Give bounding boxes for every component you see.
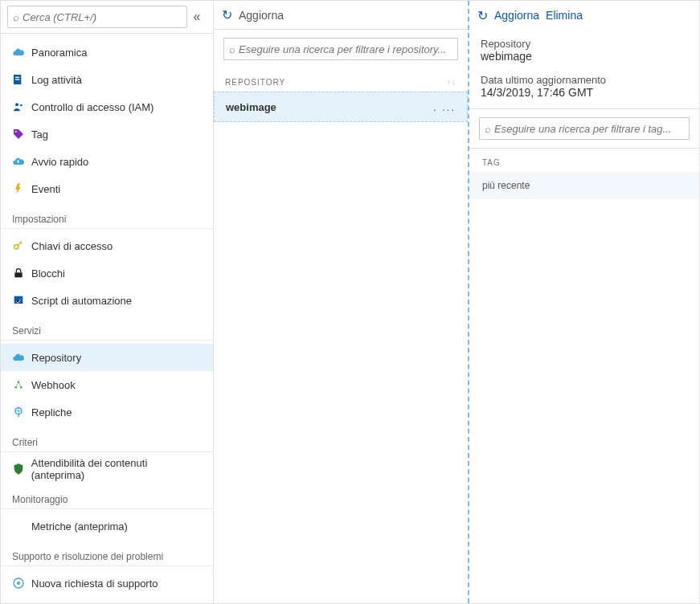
webhook-icon xyxy=(12,378,31,391)
repository-row[interactable]: webimage. ... xyxy=(214,92,468,122)
cloud-icon xyxy=(12,46,31,59)
svg-rect-1 xyxy=(15,77,19,78)
nav-item-label: Attendibilità dei contenuti (anteprima) xyxy=(31,457,202,481)
sort-icon[interactable]: ↑↓ xyxy=(447,78,456,87)
log-icon xyxy=(12,73,31,86)
repository-name: webimage xyxy=(226,101,276,113)
svg-point-4 xyxy=(20,104,23,107)
cloud-icon xyxy=(12,351,31,364)
nav-item[interactable]: Repliche xyxy=(1,398,213,426)
nav-item[interactable]: Repository xyxy=(1,344,213,371)
row-menu-button[interactable]: . ... xyxy=(433,101,456,113)
svg-rect-13 xyxy=(18,414,18,417)
sidebar: ⌕ « PanoramicaLog attivitàControllo di a… xyxy=(1,1,214,603)
section-header: Criteri xyxy=(1,426,213,452)
detail-toolbar: ↻ Aggiorna Elimina xyxy=(469,1,699,30)
refresh-icon[interactable]: ↻ xyxy=(222,7,232,22)
nav-item[interactable]: Webhook xyxy=(1,371,213,398)
svg-point-3 xyxy=(15,103,18,106)
nav-item-label: Nuova richiesta di supporto xyxy=(31,577,158,590)
nav-item-label: Repository xyxy=(31,352,81,364)
nav-item[interactable]: Log attività xyxy=(1,66,213,93)
nav-item-label: Repliche xyxy=(31,406,72,418)
nav-item-label: Blocchi xyxy=(31,267,65,280)
nav-item-label: Script di automazione xyxy=(31,295,132,307)
nav-item-label: Avvio rapido xyxy=(31,156,88,168)
refresh-button[interactable]: Aggiorna xyxy=(239,9,284,22)
tag-filter-input[interactable] xyxy=(494,123,684,135)
tag-row[interactable]: più recente xyxy=(469,172,699,199)
nav-item[interactable]: Eventi xyxy=(1,175,213,202)
repo-filter-box[interactable]: ⌕ xyxy=(223,38,458,60)
nav-item-label: Metriche (anteprima) xyxy=(31,520,128,533)
search-icon: ⌕ xyxy=(13,11,19,23)
iam-icon xyxy=(12,100,31,113)
nav-item[interactable]: Nuova richiesta di supporto xyxy=(1,569,213,597)
repo-toolbar: ↻ Aggiorna xyxy=(214,1,468,30)
shield-icon xyxy=(12,463,31,475)
repo-column-header[interactable]: REPOSITORY ↑↓ xyxy=(214,68,468,92)
svg-rect-7 xyxy=(14,272,22,277)
section-header: Supporto e risoluzione dei problemi xyxy=(1,540,213,566)
nav-item[interactable]: Controllo di accesso (IAM) xyxy=(1,93,213,120)
svg-rect-2 xyxy=(15,79,19,80)
nav-item[interactable]: Chiavi di accesso xyxy=(1,232,213,259)
nav-item[interactable]: Blocchi xyxy=(1,259,213,287)
section-header: Servizi xyxy=(1,314,213,341)
delete-button[interactable]: Elimina xyxy=(546,9,583,22)
search-box[interactable]: ⌕ xyxy=(7,6,187,28)
repository-label: Repository xyxy=(481,38,688,50)
svg-point-15 xyxy=(17,582,20,585)
updated-label: Data ultimo aggiornamento xyxy=(481,74,688,86)
nav-item[interactable]: Attendibilità dei contenuti (anteprima) xyxy=(1,455,213,483)
repository-detail-panel: ↻ Aggiorna Elimina Repository webimage D… xyxy=(469,1,699,603)
nav-item[interactable]: Panoramica xyxy=(1,39,213,66)
bolt-icon xyxy=(12,182,31,195)
repo-header-label: REPOSITORY xyxy=(225,78,285,87)
support-icon xyxy=(12,577,31,590)
search-icon: ⌕ xyxy=(229,43,235,55)
refresh-button[interactable]: Aggiorna xyxy=(494,9,539,22)
section-header: Impostazioni xyxy=(1,202,213,229)
nav-item[interactable]: Avvio rapido xyxy=(1,148,213,175)
collapse-sidebar-button[interactable]: « xyxy=(187,10,207,24)
tag-filter-box[interactable]: ⌕ xyxy=(479,117,690,140)
section-header: Monitoraggio xyxy=(1,483,213,509)
nav-item[interactable]: Metriche (anteprima) xyxy=(1,512,213,540)
globe-icon xyxy=(12,406,31,418)
quick-icon xyxy=(12,155,31,168)
nav-item-label: Log attività xyxy=(31,74,82,86)
refresh-icon[interactable]: ↻ xyxy=(477,8,488,23)
key-icon xyxy=(12,239,31,252)
script-icon xyxy=(12,294,31,307)
nav-item[interactable]: Tag xyxy=(1,120,213,148)
repo-filter-input[interactable] xyxy=(239,43,452,55)
lock-icon xyxy=(12,267,31,280)
tag-column-header[interactable]: TAG xyxy=(469,149,699,172)
nav-item-label: Panoramica xyxy=(31,47,87,59)
nav-item-label: Eventi xyxy=(31,183,60,195)
nav-item-label: Tag xyxy=(31,129,48,141)
nav-item-label: Webhook xyxy=(31,379,76,391)
search-input[interactable] xyxy=(23,11,182,23)
search-icon: ⌕ xyxy=(485,123,491,135)
updated-value: 14/3/2019, 17:46 GMT xyxy=(481,86,688,99)
nav-item-label: Chiavi di accesso xyxy=(31,240,113,252)
tag-icon xyxy=(12,128,31,141)
nav-item-label: Controllo di accesso (IAM) xyxy=(31,101,154,113)
repository-list-panel: ↻ Aggiorna ⌕ REPOSITORY ↑↓ webimage. ... xyxy=(214,1,469,603)
repository-name: webimage xyxy=(481,50,688,63)
nav-menu: PanoramicaLog attivitàControllo di acces… xyxy=(1,34,213,603)
svg-point-6 xyxy=(14,245,18,249)
nav-item[interactable]: Script di automazione xyxy=(1,287,213,314)
svg-point-5 xyxy=(15,131,17,133)
